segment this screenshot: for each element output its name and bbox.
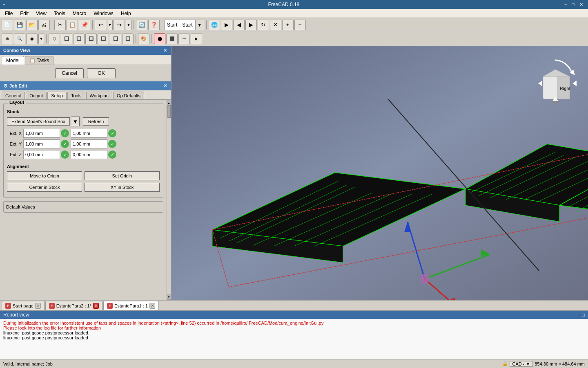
help-toolbar-button[interactable]: ❓: [148, 20, 160, 30]
nav-plus[interactable]: +: [282, 20, 294, 30]
tab-general[interactable]: General: [2, 92, 25, 99]
set-origin-button[interactable]: Set Origin: [85, 171, 160, 180]
nav-stop[interactable]: ✕: [270, 20, 281, 30]
view-fit-select[interactable]: 🔍: [14, 34, 25, 44]
view-fit-all[interactable]: ⊕: [2, 34, 13, 44]
menu-macro[interactable]: Macro: [69, 10, 89, 17]
menu-file[interactable]: File: [2, 10, 16, 17]
nav-home[interactable]: 🌐: [209, 20, 220, 30]
print-button[interactable]: 🖨: [38, 20, 50, 30]
extend-model-button[interactable]: Extend Model's Bound Box: [7, 117, 70, 126]
paste-button[interactable]: 📌: [79, 20, 90, 30]
scrollbar-up[interactable]: ▲: [167, 100, 171, 105]
tab-output[interactable]: Output: [26, 92, 47, 99]
view-home[interactable]: ⬡: [49, 34, 60, 44]
tab-general-label: General: [5, 93, 21, 98]
ext-z-input-2[interactable]: [71, 150, 107, 159]
extend-model-dropdown[interactable]: ▼: [71, 117, 80, 126]
view-bottom[interactable]: 🔲: [110, 34, 121, 44]
menu-tools[interactable]: Tools: [51, 10, 69, 17]
svg-point-33: [420, 274, 430, 284]
xy-in-stock-button[interactable]: XY in Stock: [85, 183, 160, 192]
job-edit-close[interactable]: ✕: [163, 83, 167, 89]
refresh-toolbar-button[interactable]: 🔄: [136, 20, 147, 30]
scrollbar-thumb[interactable]: [167, 105, 171, 118]
tab-tasks[interactable]: 📋 Tasks: [25, 56, 54, 65]
refresh-button[interactable]: Refresh: [83, 117, 109, 126]
tab-start-close[interactable]: ✕: [35, 303, 41, 309]
cancel-button[interactable]: Cancel: [55, 68, 84, 78]
report-maximize[interactable]: □: [582, 312, 585, 317]
menu-windows[interactable]: Windows: [90, 10, 117, 17]
tab-op-defaults[interactable]: Op Defaults: [113, 92, 144, 99]
separator-8: [151, 34, 152, 43]
ext-y-input-1[interactable]: [23, 139, 60, 148]
save-button[interactable]: 💾: [14, 20, 25, 30]
model-tabs-bar: Model 📋 Tasks: [0, 55, 171, 65]
view-mode-drop[interactable]: ▼: [38, 34, 44, 44]
start-dropdown-arrow[interactable]: ▼: [195, 20, 204, 30]
scrollbar[interactable]: ▲ ▼: [167, 100, 171, 300]
scrollbar-down[interactable]: ▼: [167, 294, 171, 300]
menu-edit[interactable]: Edit: [17, 10, 32, 17]
nav-cube[interactable]: Right: [531, 54, 580, 103]
start-dropdown[interactable]: Start Start ▼: [164, 20, 204, 30]
tab-start-page[interactable]: F Start page ✕: [2, 301, 45, 310]
view-rear[interactable]: 🔲: [98, 34, 109, 44]
menu-help[interactable]: Help: [118, 10, 134, 17]
view-left[interactable]: 🔲: [122, 34, 134, 44]
cad-label-text[interactable]: CAD -: [512, 361, 525, 366]
undo-dropdown[interactable]: ▼: [107, 20, 113, 30]
tab-estante1-close[interactable]: ✕: [149, 303, 155, 309]
nav-reload[interactable]: ↻: [258, 20, 269, 30]
maximize-button[interactable]: □: [570, 2, 576, 7]
job-tabs-bar: General Output Setup Tools Workplan Op D…: [0, 90, 171, 100]
viewport-3d[interactable]: Z X Right: [172, 46, 588, 300]
tab-estante2-close[interactable]: ✕: [93, 303, 99, 309]
new-button[interactable]: 📄: [2, 20, 13, 30]
close-button[interactable]: ✕: [578, 2, 585, 7]
redo-dropdown[interactable]: ▼: [126, 20, 131, 30]
cad-dropdown-arrow[interactable]: ▼: [526, 361, 530, 366]
report-view-title: Report view: [3, 312, 29, 318]
tab-setup[interactable]: Setup: [47, 92, 67, 99]
nav-forward[interactable]: ▶: [221, 20, 232, 30]
redo-button[interactable]: ↪: [114, 20, 125, 30]
nav-next[interactable]: ▶: [245, 20, 257, 30]
copy-button[interactable]: 📋: [67, 20, 78, 30]
view-right[interactable]: 🔲: [85, 34, 97, 44]
macro-stop[interactable]: ⬛: [166, 34, 178, 44]
svg-marker-45: [572, 81, 577, 86]
tab-estante2[interactable]: F EstantePara2 : 1* ✕: [45, 301, 102, 310]
center-in-stock-button[interactable]: Center in Stock: [7, 183, 82, 192]
ext-y-check-1: ✓: [61, 140, 69, 148]
nav-minus[interactable]: −: [294, 20, 306, 30]
minimize-button[interactable]: −: [563, 2, 568, 7]
move-to-origin-button[interactable]: Move to Origin: [7, 171, 82, 180]
view-front[interactable]: 🔲: [61, 34, 72, 44]
scrollbar-track[interactable]: [167, 105, 171, 294]
cut-button[interactable]: ✂: [54, 20, 66, 30]
style-button[interactable]: 🎨: [138, 34, 149, 44]
nav-back[interactable]: ◀: [233, 20, 245, 30]
macro-record[interactable]: ⬤: [154, 34, 165, 44]
view-top[interactable]: 🔲: [73, 34, 85, 44]
macro-run[interactable]: ▶: [191, 34, 202, 44]
extend-model-row: Extend Model's Bound Box ▼ Refresh: [7, 117, 160, 126]
tab-tools[interactable]: Tools: [67, 92, 85, 99]
ok-button[interactable]: OK: [87, 68, 116, 78]
open-button[interactable]: 📂: [26, 20, 38, 30]
menu-view[interactable]: View: [33, 10, 50, 17]
report-minimize[interactable]: −: [578, 312, 580, 317]
combo-view-close[interactable]: ✕: [163, 47, 167, 53]
ext-z-input-1[interactable]: [23, 150, 60, 159]
macro-edit[interactable]: ✏: [178, 34, 190, 44]
view-mode[interactable]: ◉: [26, 34, 38, 44]
tab-estante1[interactable]: F EstantePara1 : 1 ✕: [103, 301, 159, 310]
tab-workplan[interactable]: Workplan: [86, 92, 112, 99]
ext-x-input-1[interactable]: [23, 129, 60, 138]
ext-y-input-2[interactable]: [71, 139, 107, 148]
ext-x-input-2[interactable]: [71, 129, 107, 138]
tab-model[interactable]: Model: [2, 56, 24, 65]
undo-button[interactable]: ↩: [95, 20, 106, 30]
